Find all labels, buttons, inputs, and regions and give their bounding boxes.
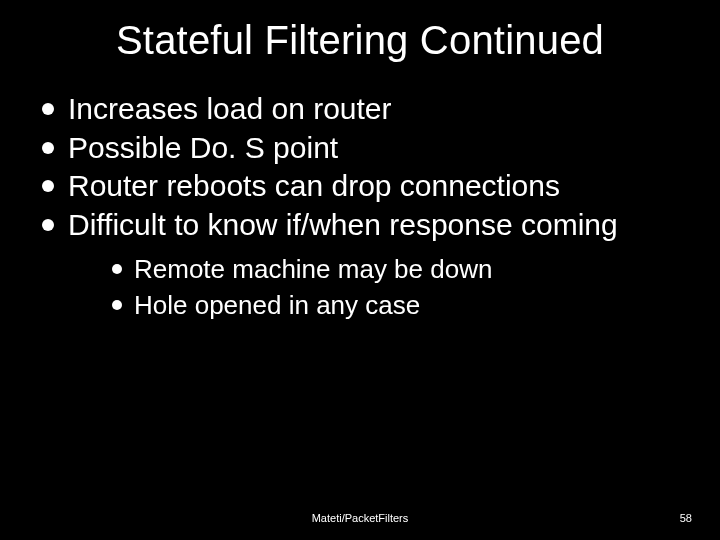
bullet-item: Increases load on router (38, 91, 700, 128)
sub-bullet-text: Remote machine may be down (134, 254, 492, 284)
bullet-item: Router reboots can drop connections (38, 168, 700, 205)
bullet-list: Increases load on router Possible Do. S … (38, 91, 700, 322)
slide: Stateful Filtering Continued Increases l… (0, 0, 720, 540)
bullet-item: Difficult to know if/when response comin… (38, 207, 700, 322)
slide-title: Stateful Filtering Continued (0, 0, 720, 73)
sub-bullet-item: Hole opened in any case (110, 289, 700, 322)
page-number: 58 (680, 512, 692, 524)
bullet-item: Possible Do. S point (38, 130, 700, 167)
sub-bullet-text: Hole opened in any case (134, 290, 420, 320)
bullet-text: Difficult to know if/when response comin… (68, 208, 618, 241)
sub-bullet-item: Remote machine may be down (110, 253, 700, 286)
bullet-text: Router reboots can drop connections (68, 169, 560, 202)
sub-bullet-list: Remote machine may be down Hole opened i… (68, 253, 700, 322)
bullet-text: Possible Do. S point (68, 131, 338, 164)
footer-source: Mateti/PacketFilters (0, 512, 720, 524)
slide-content: Increases load on router Possible Do. S … (0, 73, 720, 322)
bullet-text: Increases load on router (68, 92, 392, 125)
